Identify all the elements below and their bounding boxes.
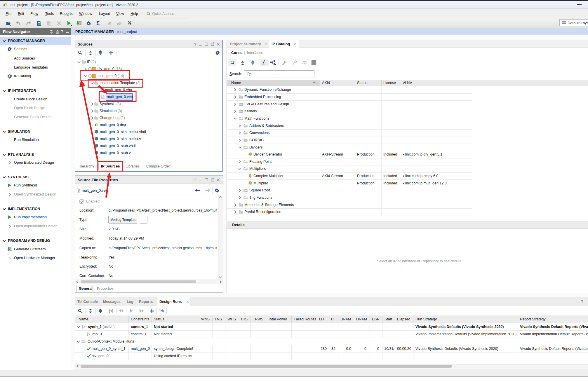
svg-text:10: 10 <box>10 249 12 250</box>
svg-text:10: 10 <box>79 23 81 25</box>
svg-text:i: i <box>313 61 314 64</box>
